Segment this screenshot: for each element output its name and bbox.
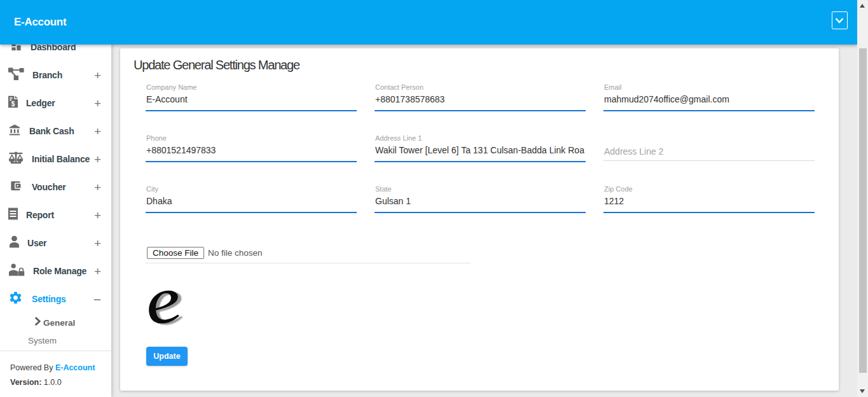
- svg-text:$: $: [11, 101, 15, 108]
